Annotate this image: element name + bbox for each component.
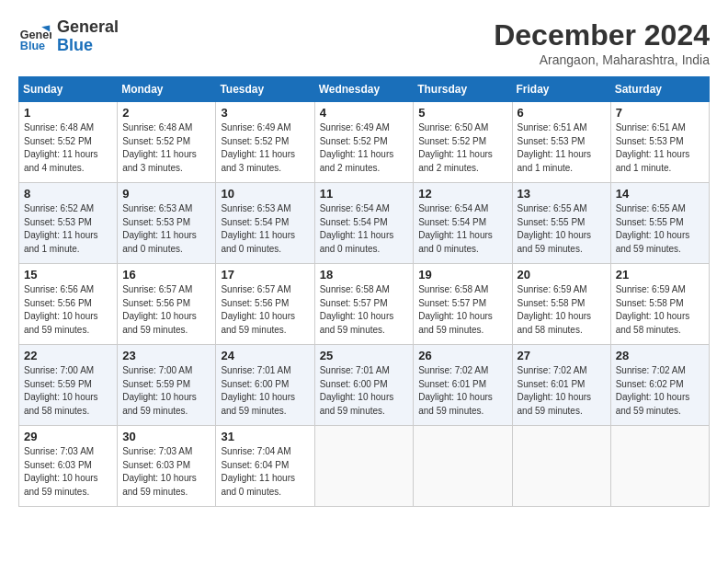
- day-info: Sunrise: 6:56 AM Sunset: 5:56 PM Dayligh…: [24, 283, 112, 337]
- day-number: 31: [221, 430, 309, 443]
- day-info: Sunrise: 6:53 AM Sunset: 5:53 PM Dayligh…: [122, 202, 210, 256]
- calendar-cell: [610, 426, 709, 507]
- day-number: 12: [418, 187, 506, 201]
- calendar-cell: 30Sunrise: 7:03 AM Sunset: 6:03 PM Dayli…: [118, 426, 216, 507]
- day-number: 17: [221, 268, 309, 282]
- calendar-cell: 26Sunrise: 7:02 AM Sunset: 6:01 PM Dayli…: [414, 345, 512, 426]
- day-number: 4: [320, 106, 409, 120]
- title-block: December 2024 Arangaon, Maharashtra, Ind…: [494, 18, 710, 67]
- svg-text:Blue: Blue: [20, 40, 45, 52]
- weekday-header-sunday: Sunday: [19, 77, 118, 102]
- calendar-cell: 13Sunrise: 6:55 AM Sunset: 5:55 PM Dayli…: [512, 183, 610, 264]
- day-number: 23: [122, 349, 210, 362]
- calendar-week-row: 15Sunrise: 6:56 AM Sunset: 5:56 PM Dayli…: [19, 264, 710, 345]
- calendar-body: 1Sunrise: 6:48 AM Sunset: 5:52 PM Daylig…: [19, 102, 710, 507]
- day-info: Sunrise: 6:57 AM Sunset: 5:56 PM Dayligh…: [122, 283, 210, 337]
- day-number: 27: [518, 349, 606, 362]
- calendar-cell: 29Sunrise: 7:03 AM Sunset: 6:03 PM Dayli…: [19, 426, 118, 507]
- calendar-cell: 1Sunrise: 6:48 AM Sunset: 5:52 PM Daylig…: [19, 102, 118, 183]
- day-info: Sunrise: 6:48 AM Sunset: 5:52 PM Dayligh…: [122, 121, 210, 175]
- day-info: Sunrise: 7:04 AM Sunset: 6:04 PM Dayligh…: [221, 445, 309, 499]
- calendar-cell: 22Sunrise: 7:00 AM Sunset: 5:59 PM Dayli…: [19, 345, 118, 426]
- day-number: 24: [221, 349, 309, 362]
- day-info: Sunrise: 7:02 AM Sunset: 6:01 PM Dayligh…: [418, 364, 506, 418]
- calendar-cell: 9Sunrise: 6:53 AM Sunset: 5:53 PM Daylig…: [118, 183, 216, 264]
- calendar-cell: 5Sunrise: 6:50 AM Sunset: 5:52 PM Daylig…: [414, 102, 512, 183]
- calendar-table: SundayMondayTuesdayWednesdayThursdayFrid…: [18, 76, 710, 507]
- day-number: 16: [122, 268, 210, 282]
- day-info: Sunrise: 6:53 AM Sunset: 5:54 PM Dayligh…: [221, 202, 309, 256]
- day-info: Sunrise: 6:55 AM Sunset: 5:55 PM Dayligh…: [518, 202, 606, 256]
- day-info: Sunrise: 6:50 AM Sunset: 5:52 PM Dayligh…: [418, 121, 506, 175]
- calendar-week-row: 8Sunrise: 6:52 AM Sunset: 5:53 PM Daylig…: [19, 183, 710, 264]
- calendar-cell: 12Sunrise: 6:54 AM Sunset: 5:54 PM Dayli…: [414, 183, 512, 264]
- weekday-header-tuesday: Tuesday: [216, 77, 314, 102]
- day-number: 7: [616, 106, 704, 120]
- weekday-header-thursday: Thursday: [414, 77, 512, 102]
- calendar-cell: 19Sunrise: 6:58 AM Sunset: 5:57 PM Dayli…: [414, 264, 512, 345]
- day-number: 22: [24, 349, 112, 362]
- calendar-cell: 16Sunrise: 6:57 AM Sunset: 5:56 PM Dayli…: [118, 264, 216, 345]
- location-subtitle: Arangaon, Maharashtra, India: [494, 52, 710, 67]
- day-info: Sunrise: 6:54 AM Sunset: 5:54 PM Dayligh…: [418, 202, 506, 256]
- calendar-cell: 21Sunrise: 6:59 AM Sunset: 5:58 PM Dayli…: [610, 264, 709, 345]
- calendar-cell: 24Sunrise: 7:01 AM Sunset: 6:00 PM Dayli…: [216, 345, 314, 426]
- month-year-title: December 2024: [494, 18, 710, 52]
- day-info: Sunrise: 6:58 AM Sunset: 5:57 PM Dayligh…: [418, 283, 506, 337]
- calendar-cell: 2Sunrise: 6:48 AM Sunset: 5:52 PM Daylig…: [118, 102, 216, 183]
- calendar-cell: 28Sunrise: 7:02 AM Sunset: 6:02 PM Dayli…: [610, 345, 709, 426]
- day-number: 3: [221, 106, 309, 120]
- day-number: 5: [418, 106, 506, 120]
- calendar-week-row: 22Sunrise: 7:00 AM Sunset: 5:59 PM Dayli…: [19, 345, 710, 426]
- calendar-cell: 18Sunrise: 6:58 AM Sunset: 5:57 PM Dayli…: [314, 264, 414, 345]
- calendar-cell: 14Sunrise: 6:55 AM Sunset: 5:55 PM Dayli…: [610, 183, 709, 264]
- calendar-header-row: SundayMondayTuesdayWednesdayThursdayFrid…: [19, 77, 710, 102]
- logo-text: General Blue: [57, 18, 119, 55]
- calendar-cell: 4Sunrise: 6:49 AM Sunset: 5:52 PM Daylig…: [314, 102, 414, 183]
- calendar-cell: 3Sunrise: 6:49 AM Sunset: 5:52 PM Daylig…: [216, 102, 314, 183]
- day-info: Sunrise: 6:59 AM Sunset: 5:58 PM Dayligh…: [616, 283, 704, 337]
- calendar-cell: [512, 426, 610, 507]
- day-info: Sunrise: 6:49 AM Sunset: 5:52 PM Dayligh…: [320, 121, 409, 175]
- weekday-header-wednesday: Wednesday: [314, 77, 414, 102]
- day-number: 14: [616, 187, 704, 201]
- calendar-cell: 11Sunrise: 6:54 AM Sunset: 5:54 PM Dayli…: [314, 183, 414, 264]
- calendar-cell: 10Sunrise: 6:53 AM Sunset: 5:54 PM Dayli…: [216, 183, 314, 264]
- day-number: 19: [418, 268, 506, 282]
- day-number: 1: [24, 106, 112, 120]
- day-info: Sunrise: 6:57 AM Sunset: 5:56 PM Dayligh…: [221, 283, 309, 337]
- calendar-cell: 27Sunrise: 7:02 AM Sunset: 6:01 PM Dayli…: [512, 345, 610, 426]
- calendar-cell: 8Sunrise: 6:52 AM Sunset: 5:53 PM Daylig…: [19, 183, 118, 264]
- logo-icon: General Blue: [18, 20, 51, 53]
- day-number: 28: [616, 349, 704, 362]
- day-info: Sunrise: 6:52 AM Sunset: 5:53 PM Dayligh…: [24, 202, 112, 256]
- day-number: 10: [221, 187, 309, 201]
- day-number: 29: [24, 430, 112, 443]
- calendar-cell: [414, 426, 512, 507]
- day-number: 11: [320, 187, 409, 201]
- day-info: Sunrise: 7:00 AM Sunset: 5:59 PM Dayligh…: [122, 364, 210, 418]
- calendar-cell: 20Sunrise: 6:59 AM Sunset: 5:58 PM Dayli…: [512, 264, 610, 345]
- calendar-week-row: 1Sunrise: 6:48 AM Sunset: 5:52 PM Daylig…: [19, 102, 710, 183]
- weekday-header-saturday: Saturday: [610, 77, 709, 102]
- day-info: Sunrise: 6:59 AM Sunset: 5:58 PM Dayligh…: [518, 283, 606, 337]
- day-info: Sunrise: 7:03 AM Sunset: 6:03 PM Dayligh…: [122, 445, 210, 499]
- calendar-cell: [314, 426, 414, 507]
- day-info: Sunrise: 6:58 AM Sunset: 5:57 PM Dayligh…: [320, 283, 409, 337]
- day-number: 15: [24, 268, 112, 282]
- day-info: Sunrise: 7:00 AM Sunset: 5:59 PM Dayligh…: [24, 364, 112, 418]
- logo: General Blue General Blue: [18, 18, 119, 55]
- calendar-week-row: 29Sunrise: 7:03 AM Sunset: 6:03 PM Dayli…: [19, 426, 710, 507]
- day-info: Sunrise: 7:02 AM Sunset: 6:01 PM Dayligh…: [518, 364, 606, 418]
- page-header: General Blue General Blue December 2024 …: [18, 18, 710, 67]
- day-number: 21: [616, 268, 704, 282]
- day-info: Sunrise: 6:51 AM Sunset: 5:53 PM Dayligh…: [616, 121, 704, 175]
- day-info: Sunrise: 7:03 AM Sunset: 6:03 PM Dayligh…: [24, 445, 112, 499]
- calendar-cell: 17Sunrise: 6:57 AM Sunset: 5:56 PM Dayli…: [216, 264, 314, 345]
- day-info: Sunrise: 7:02 AM Sunset: 6:02 PM Dayligh…: [616, 364, 704, 418]
- day-number: 18: [320, 268, 409, 282]
- calendar-cell: 25Sunrise: 7:01 AM Sunset: 6:00 PM Dayli…: [314, 345, 414, 426]
- day-number: 30: [122, 430, 210, 443]
- day-info: Sunrise: 7:01 AM Sunset: 6:00 PM Dayligh…: [320, 364, 409, 418]
- day-number: 26: [418, 349, 506, 362]
